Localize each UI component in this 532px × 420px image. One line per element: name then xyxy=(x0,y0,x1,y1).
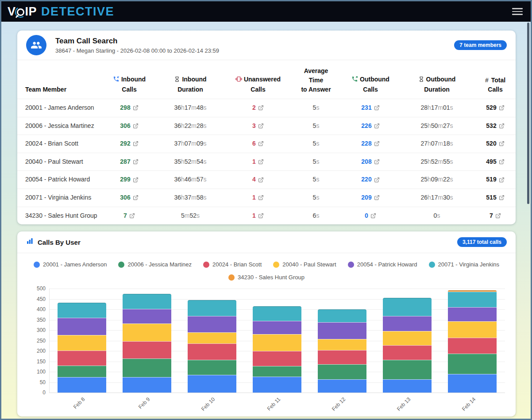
outbound-calls-link[interactable]: 0 xyxy=(365,212,376,220)
bar-segment xyxy=(188,300,236,316)
table-row: 20071 - Virginia Jenkins30636h37m58s15s2… xyxy=(17,189,516,207)
legend-item[interactable]: 20024 - Brian Scott xyxy=(203,261,262,268)
bar-segment xyxy=(123,358,171,377)
y-axis-tick-label: 350 xyxy=(37,317,46,323)
legend-item[interactable]: 20071 - Virginia Jenkins xyxy=(429,261,500,268)
total-calls-cell: 495 xyxy=(472,153,516,171)
outbound-calls-link[interactable]: 209 xyxy=(361,193,379,202)
x-axis-tick-label: Feb 13 xyxy=(396,396,412,412)
legend-item[interactable]: 20054 - Patrick Howard xyxy=(348,261,417,268)
external-link-icon xyxy=(258,195,264,200)
bar-segment xyxy=(383,360,432,379)
total-calls-link[interactable]: 495 xyxy=(486,158,504,166)
app-header: V IP DETECTIVE xyxy=(1,1,531,22)
total-calls-cell: 520 xyxy=(472,135,516,153)
total-calls-link[interactable]: 515 xyxy=(486,193,504,202)
column-header-outbound_calls: OutboundCalls xyxy=(339,60,401,99)
x-axis-tick-label: Feb 11 xyxy=(266,396,281,412)
external-link-icon xyxy=(374,105,380,111)
inbound-duration: 36h37m58s xyxy=(157,189,224,207)
team-member-name: 20071 - Virginia Jenkins xyxy=(17,189,101,207)
inbound-calls-link[interactable]: 7 xyxy=(123,212,135,220)
x-axis-tick-label: Feb 8 xyxy=(72,396,86,410)
legend-item[interactable]: 20040 - Paul Stewart xyxy=(273,261,336,268)
bar-segment xyxy=(253,377,301,393)
unanswered-calls-link[interactable]: 1 xyxy=(252,158,264,166)
outbound-calls-link[interactable]: 208 xyxy=(361,158,379,166)
inbound-calls-link[interactable]: 306 xyxy=(120,193,138,202)
total-calls-link[interactable]: 519 xyxy=(486,175,504,184)
total-calls-link[interactable]: 532 xyxy=(486,122,504,131)
inbound-calls-link[interactable]: 298 xyxy=(120,104,138,112)
outbound-calls-cell: 226 xyxy=(339,117,401,135)
table-row: 20024 - Brian Scott29237h07m09s65s22827h… xyxy=(17,135,516,153)
vertical-scrollbar-thumb[interactable] xyxy=(527,23,529,204)
inbound-duration: 36h17m48s xyxy=(157,99,224,117)
external-link-icon xyxy=(374,159,380,165)
outbound-duration: 26h17m30s xyxy=(401,189,472,207)
unanswered-calls-link[interactable]: 4 xyxy=(252,175,264,184)
bar-segment xyxy=(383,345,432,359)
outbound-calls-link[interactable]: 228 xyxy=(361,139,379,148)
total-calls-cell: 7 xyxy=(472,207,516,224)
bar-segment xyxy=(123,309,171,324)
bar-segment xyxy=(188,375,236,393)
x-axis-tick-label: Feb 12 xyxy=(331,396,347,412)
outbound-calls-link[interactable]: 220 xyxy=(361,175,379,184)
external-link-icon xyxy=(370,213,376,219)
inbound-calls-link[interactable]: 292 xyxy=(120,139,138,148)
unanswered-calls-link[interactable]: 2 xyxy=(252,104,264,112)
inbound-duration: 37h07m09s xyxy=(157,135,224,153)
bar-segment xyxy=(448,321,497,338)
bar-segment xyxy=(58,351,106,366)
y-axis-tick-label: 500 xyxy=(37,285,46,292)
bar-segment xyxy=(123,294,171,309)
external-link-icon xyxy=(129,213,135,219)
inbound-call-icon xyxy=(113,76,120,85)
outbound-duration: 25h52m55s xyxy=(401,153,472,171)
bar-segment xyxy=(123,341,171,358)
unanswered-calls-link[interactable]: 1 xyxy=(252,212,264,220)
unanswered-calls-link[interactable]: 6 xyxy=(252,139,264,148)
team-icon xyxy=(26,35,46,55)
inbound-calls-link[interactable]: 306 xyxy=(120,122,138,131)
legend-item[interactable]: 34230 - Sales Hunt Group xyxy=(228,274,305,281)
unanswered-calls-link[interactable]: 1 xyxy=(252,193,264,202)
total-calls-link[interactable]: 529 xyxy=(486,104,504,112)
outbound-duration: 28h17m01s xyxy=(401,99,472,117)
total-calls-link[interactable]: 7 xyxy=(490,212,501,220)
inbound-calls-link[interactable]: 299 xyxy=(120,175,138,184)
table-row: 20006 - Jessica Martinez30636h22m28s35s2… xyxy=(17,117,516,135)
column-header-total_calls: #TotalCalls xyxy=(472,60,516,99)
stacked-bar-feb-9 xyxy=(123,289,171,393)
chart-legend-row-2: 34230 - Sales Hunt Group xyxy=(17,270,516,282)
bar-segment xyxy=(253,306,301,321)
stacked-bar-feb-14 xyxy=(448,289,497,393)
inbound-calls-link[interactable]: 287 xyxy=(120,158,138,166)
bar-segment xyxy=(253,321,301,335)
legend-item[interactable]: 20001 - James Anderson xyxy=(34,261,107,268)
inbound-calls-cell: 306 xyxy=(101,117,157,135)
total-calls-cell: 532 xyxy=(472,117,516,135)
total-calls-link[interactable]: 520 xyxy=(486,139,504,148)
bar-segment xyxy=(58,318,106,335)
outbound-calls-link[interactable]: 226 xyxy=(361,122,379,131)
unanswered-calls-link[interactable]: 3 xyxy=(252,122,264,131)
x-axis-tick-label: Feb 9 xyxy=(137,396,151,410)
outbound-calls-cell: 209 xyxy=(339,189,401,207)
bar-segment xyxy=(123,324,171,341)
unanswered-calls-cell: 1 xyxy=(224,207,293,224)
legend-item[interactable]: 20006 - Jessica Martinez xyxy=(118,261,192,268)
external-link-icon xyxy=(258,141,264,146)
external-link-icon xyxy=(133,105,139,111)
menu-button[interactable] xyxy=(512,4,523,19)
external-link-icon xyxy=(258,213,264,219)
bar-segment xyxy=(318,364,366,379)
outbound-duration: 27h07m18s xyxy=(401,135,472,153)
inbound-calls-cell: 299 xyxy=(101,171,157,189)
chart-plot-area: 050100150200250300350400450500 xyxy=(49,289,505,393)
magnifier-icon xyxy=(17,8,24,16)
outbound-calls-link[interactable]: 231 xyxy=(361,104,379,112)
bar-segment xyxy=(318,309,366,322)
team-call-search-card: Team Call Search 38647 - Megan Starling … xyxy=(17,31,516,224)
